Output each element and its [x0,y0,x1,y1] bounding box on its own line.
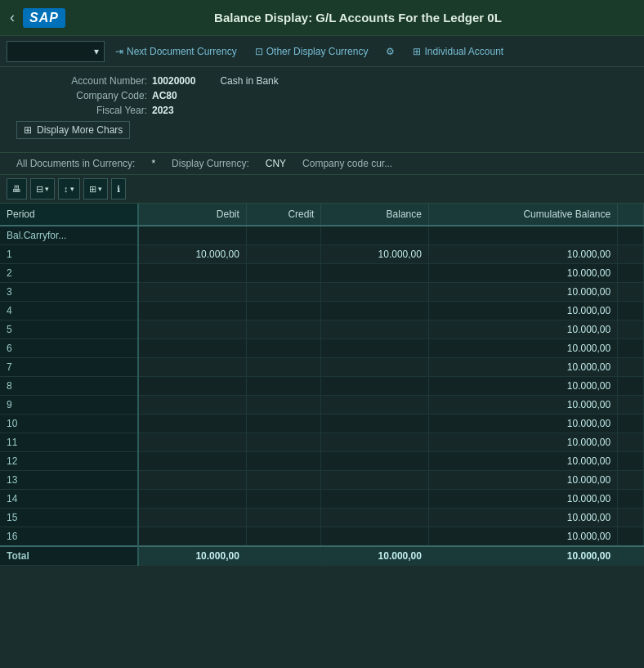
cell-credit [246,490,321,509]
total-credit [246,546,321,566]
table-row[interactable]: 1610.000,00 [0,527,644,547]
cell-cumulative: 10.000,00 [428,339,617,358]
display-currency-value: CNY [266,158,286,169]
cell-extra [618,509,644,527]
individual-account-button[interactable]: ⊞ Individual Account [405,43,511,61]
table-row[interactable]: 1510.000,00 [0,509,644,527]
fiscal-year-label: Fiscal Year: [16,105,147,116]
layout-icon-3: ⊞ [89,184,96,195]
table-row[interactable]: 510.000,00 [0,321,644,339]
col-debit: Debit [138,204,246,226]
fiscal-year-value: 2023 [152,105,174,116]
cell-credit [246,471,321,490]
cell-debit [138,527,246,547]
other-display-currency-button[interactable]: ⊡ Other Display Currency [248,43,376,61]
cell-extra [618,226,644,245]
company-code-label: Company Code: [16,90,147,101]
cell-cumulative: 10.000,00 [428,527,617,547]
cell-balance [321,415,429,433]
cell-balance [321,433,429,452]
back-button[interactable]: ‹ [10,9,15,26]
cell-cumulative: 10.000,00 [428,433,617,452]
table-row[interactable]: 410.000,00 [0,302,644,321]
next-document-currency-button[interactable]: ⇥ Next Document Currency [108,43,244,61]
cell-balance [321,283,429,302]
account-number-row: Account Number: 10020000 Cash in Bank [16,75,628,87]
cell-credit [246,264,321,283]
layout-icon-2: ↕ [64,184,69,194]
layout-button-2[interactable]: ↕ ▾ [58,178,80,200]
cell-period: 5 [0,321,138,339]
table-row[interactable]: 1210.000,00 [0,452,644,471]
table-row[interactable]: 110.000,0010.000,0010.000,00 [0,245,644,264]
table-row[interactable]: 610.000,00 [0,339,644,358]
page-title: Balance Display: G/L Accounts For the Le… [82,11,634,25]
cell-credit [246,226,321,245]
cell-debit [138,321,246,339]
balance-table-container: Period Debit Credit Balance Cumulative B… [0,204,644,566]
cell-balance [321,321,429,339]
currency-info-row: All Documents in Currency: * Display Cur… [0,153,644,175]
total-balance: 10.000,00 [321,546,429,566]
table-row[interactable]: 210.000,00 [0,264,644,283]
cell-cumulative: 10.000,00 [428,509,617,527]
table-header-row: Period Debit Credit Balance Cumulative B… [0,204,644,226]
table-row[interactable]: 1310.000,00 [0,471,644,490]
table-row[interactable]: 1110.000,00 [0,433,644,452]
cell-period: 15 [0,509,138,527]
table-row[interactable]: 1410.000,00 [0,490,644,509]
main-toolbar: ▾ ⇥ Next Document Currency ⊡ Other Displ… [0,36,644,67]
cell-credit [246,433,321,452]
cell-cumulative: 10.000,00 [428,321,617,339]
table-row[interactable]: 910.000,00 [0,396,644,415]
next-doc-icon: ⇥ [115,46,123,57]
info-button[interactable]: ℹ [111,178,126,200]
chevron-down-icon: ▾ [94,46,99,57]
cell-period: Bal.Carryfor... [0,226,138,245]
table-row[interactable]: Bal.Carryfor... [0,226,644,245]
cell-cumulative: 10.000,00 [428,245,617,264]
table-row[interactable]: 810.000,00 [0,377,644,396]
all-documents-label: All Documents in Currency: [16,158,135,169]
total-period: Total [0,546,138,566]
layout-button-3[interactable]: ⊞ ▾ [83,178,108,200]
cell-debit [138,358,246,377]
cell-credit [246,245,321,264]
cell-cumulative: 10.000,00 [428,377,617,396]
table-row[interactable]: 1010.000,00 [0,415,644,433]
company-code-value: AC80 [152,90,177,101]
print-icon: 🖶 [12,184,21,194]
cell-balance [321,339,429,358]
total-debit: 10.000,00 [138,546,246,566]
all-documents-value: * [151,158,155,169]
cell-balance [321,302,429,321]
table-row[interactable]: 310.000,00 [0,283,644,302]
col-balance: Balance [321,204,429,226]
layout-button-1[interactable]: ⊟ ▾ [30,178,55,200]
cell-debit [138,226,246,245]
cell-cumulative: 10.000,00 [428,490,617,509]
cell-debit [138,283,246,302]
cell-period: 11 [0,433,138,452]
app-header: ‹ SAP Balance Display: G/L Accounts For … [0,0,644,36]
cell-extra [618,415,644,433]
cell-period: 16 [0,527,138,547]
cell-extra [618,452,644,471]
cell-extra [618,245,644,264]
cell-period: 13 [0,471,138,490]
display-more-chars-button[interactable]: ⊞ Display More Chars [16,121,130,139]
cell-extra [618,339,644,358]
print-button[interactable]: 🖶 [7,178,27,200]
cell-credit [246,452,321,471]
cell-extra [618,377,644,396]
settings-button[interactable]: ⚙ [378,43,402,61]
cell-credit [246,358,321,377]
cell-credit [246,527,321,547]
chevron-icon-1: ▾ [45,185,49,193]
cell-balance [321,527,429,547]
toolbar-dropdown[interactable]: ▾ [7,41,105,62]
cell-debit [138,471,246,490]
table-row[interactable]: 710.000,00 [0,358,644,377]
cell-period: 1 [0,245,138,264]
cell-credit [246,509,321,527]
